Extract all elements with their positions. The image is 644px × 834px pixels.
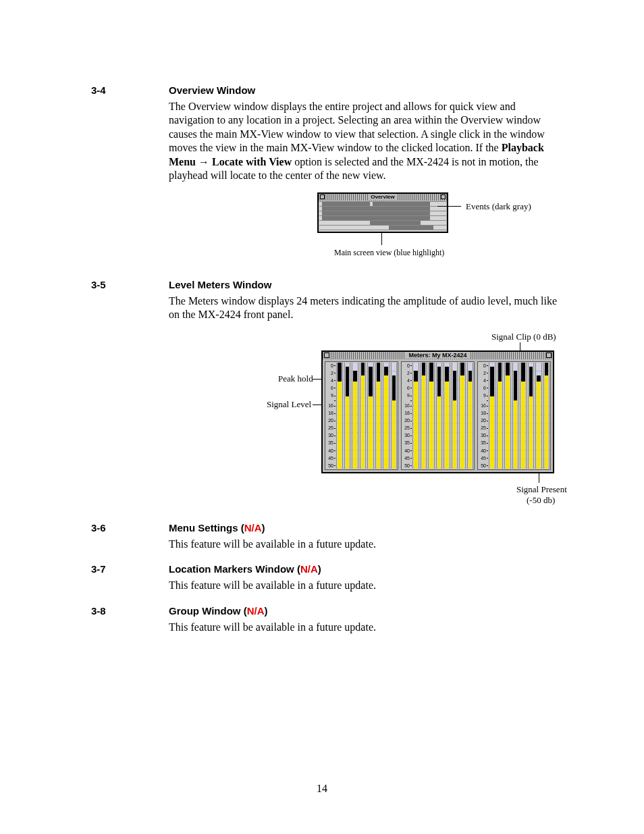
- leader-line: [437, 206, 461, 207]
- label-peak-hold: Peak hold: [278, 373, 313, 384]
- meter-channel: [383, 363, 390, 469]
- page: 3-4 Overview Window The Overview window …: [0, 0, 644, 834]
- heading-row: 3-4 Overview Window: [91, 84, 563, 96]
- section-number: 3-5: [91, 279, 169, 290]
- heading-row: 3-8 Group Window (N/A): [91, 605, 563, 617]
- overview-track: [319, 220, 446, 225]
- maximize-icon[interactable]: [546, 353, 552, 358]
- arrow-icon: →: [196, 156, 212, 167]
- section-title: Menu Settings (N/A): [169, 522, 265, 533]
- meter-channel: [421, 363, 427, 469]
- meter-channel: [452, 363, 458, 469]
- body-text: The Overview window displays the entire …: [169, 101, 545, 153]
- meter-scale: 02469161820253035404550: [402, 362, 412, 469]
- meter-channel: [512, 363, 519, 469]
- title-text: Location Markers Window (: [169, 563, 300, 575]
- meter-channel: [543, 363, 550, 469]
- section-number: 3-8: [91, 605, 169, 617]
- meters-title: Meters: My MX-2424: [406, 352, 469, 359]
- na-label: N/A: [244, 522, 262, 533]
- section-title: Location Markers Window (N/A): [169, 563, 321, 575]
- bold-locate-with-view: Locate with View: [212, 156, 292, 167]
- na-label: N/A: [247, 605, 265, 617]
- title-end: ): [262, 522, 265, 533]
- section-number: 3-7: [91, 563, 169, 575]
- overview-titlebar[interactable]: Overview: [319, 194, 447, 201]
- close-icon[interactable]: [320, 194, 325, 199]
- figure-meters: Signal Clip (0 dB) Peak hold Signal Leve…: [169, 332, 563, 507]
- meter-channel: [459, 363, 466, 469]
- meter-group: 02469161820253035404550: [401, 361, 475, 470]
- overview-track: [319, 230, 446, 233]
- label-signal-present: Signal Present: [516, 484, 567, 495]
- title-text: Group Window (: [169, 605, 247, 617]
- overview-track: [319, 201, 446, 206]
- meter-channel: [489, 363, 495, 469]
- meter-group: 02469161820253035404550: [325, 361, 398, 470]
- leader-line: [539, 472, 539, 483]
- section-3-8: 3-8 Group Window (N/A) This feature will…: [91, 605, 563, 634]
- title-end: ): [265, 605, 268, 617]
- meter-channel: [344, 363, 351, 469]
- meter-channel: [391, 363, 398, 469]
- meter-channel: [375, 363, 382, 469]
- section-3-6: 3-6 Menu Settings (N/A) This feature wil…: [91, 522, 563, 551]
- meter-scale: 02469161820253035404550: [325, 362, 336, 469]
- overview-track: [319, 211, 446, 215]
- na-label: N/A: [300, 563, 318, 575]
- leader-line: [381, 232, 382, 245]
- section-3-5: 3-5 Level Meters Window The Meters windo…: [91, 279, 563, 507]
- meter-channel: [436, 363, 443, 469]
- section-body: This feature will be available in a futu…: [169, 579, 563, 592]
- meters-window[interactable]: Meters: My MX-2424 024691618202530354045…: [321, 350, 554, 473]
- caption-overview: Main screen view (blue highlight): [334, 248, 444, 258]
- heading-row: 3-6 Menu Settings (N/A): [91, 522, 563, 533]
- section-title: Group Window (N/A): [169, 605, 268, 617]
- overview-window[interactable]: Overview: [317, 192, 448, 233]
- section-body: This feature will be available in a futu…: [169, 621, 563, 634]
- meter-channel: [336, 363, 343, 469]
- meter-channel: [412, 363, 419, 469]
- meter-channel: [528, 363, 535, 469]
- title-end: ): [318, 563, 321, 575]
- meter-channel: [360, 363, 367, 469]
- section-3-7: 3-7 Location Markers Window (N/A) This f…: [91, 563, 563, 592]
- leader-line: [313, 405, 322, 405]
- label-signal-present-db: (-50 db): [527, 495, 555, 506]
- overview-tracks[interactable]: [319, 201, 446, 232]
- maximize-icon[interactable]: [441, 194, 446, 199]
- label-events: Events (dark gray): [466, 201, 531, 212]
- heading-row: 3-5 Level Meters Window: [91, 279, 563, 290]
- meter-channel: [352, 363, 358, 469]
- overview-track: [319, 225, 446, 230]
- meter-channel: [497, 363, 504, 469]
- meter-channel: [520, 363, 527, 469]
- meter-channel: [444, 363, 450, 469]
- heading-row: 3-7 Location Markers Window (N/A): [91, 563, 563, 575]
- meters-titlebar[interactable]: Meters: My MX-2424: [323, 352, 553, 359]
- meter-group: 02469161820253035404550: [477, 361, 551, 470]
- section-title: Overview Window: [169, 84, 255, 96]
- leader-line: [313, 379, 322, 380]
- section-number: 3-6: [91, 522, 169, 533]
- overview-track: [319, 206, 446, 211]
- close-icon[interactable]: [324, 353, 329, 358]
- overview-title: Overview: [368, 194, 398, 200]
- meter-channel: [428, 363, 435, 469]
- section-title: Level Meters Window: [169, 279, 271, 290]
- figure-overview: Overview Events: [169, 192, 563, 264]
- page-number: 14: [0, 783, 644, 795]
- section-body: This feature will be available in a futu…: [169, 538, 563, 551]
- section-body: The Meters window displays 24 meters ind…: [169, 294, 563, 322]
- meter-channel: [504, 363, 511, 469]
- overview-track: [319, 215, 446, 220]
- title-text: Menu Settings (: [169, 522, 244, 533]
- meter-channel: [467, 363, 474, 469]
- meter-channel: [367, 363, 374, 469]
- section-number: 3-4: [91, 84, 169, 96]
- meters-body: 0246916182025303540455002469161820253035…: [323, 359, 553, 472]
- meter-scale: 02469161820253035404550: [478, 362, 488, 469]
- label-signal-clip: Signal Clip (0 dB): [491, 332, 556, 342]
- section-body: The Overview window displays the entire …: [169, 100, 563, 183]
- meter-channel: [535, 363, 542, 469]
